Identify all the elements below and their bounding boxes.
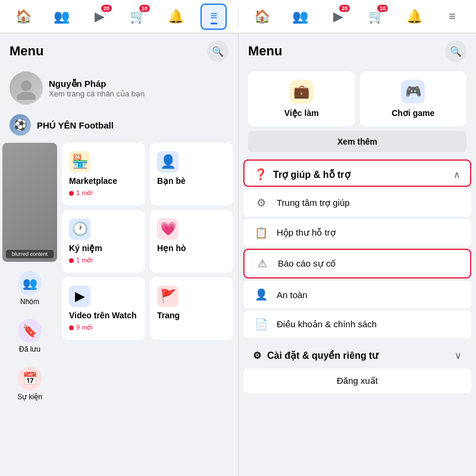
nav-home-left[interactable]: 🏠 bbox=[11, 4, 37, 30]
nav-left: 🏠 👥 ▶ 20 🛒 10 🔔 ≡ bbox=[0, 0, 238, 33]
friends-tile-icon: 👤 bbox=[157, 151, 178, 173]
support-section-header[interactable]: ❓ Trợ giúp & hỗ trợ ∧ bbox=[243, 159, 471, 187]
sidebar-item-groups[interactable]: 👥 Nhóm bbox=[2, 265, 57, 312]
avatar bbox=[10, 71, 43, 105]
tile-dating[interactable]: 💗 Hẹn hò bbox=[150, 210, 233, 273]
top-nav: 🏠 👥 ▶ 20 🛒 10 🔔 ≡ 🏠 👥 ▶ 20 bbox=[0, 0, 476, 33]
support-section-icon: ❓ bbox=[254, 168, 267, 181]
logout-button[interactable]: Đăng xuất bbox=[243, 368, 471, 393]
support-section-title: Trợ giúp & hỗ trợ bbox=[273, 169, 350, 180]
settings-section-header[interactable]: ⚙ Cài đặt & quyền riêng tư ∨ bbox=[243, 343, 471, 366]
watch-badge-right: 20 bbox=[339, 5, 350, 12]
right-panel-title: Menu bbox=[248, 43, 282, 59]
nav-notifications-right[interactable]: 🔔 bbox=[401, 4, 427, 30]
report-icon: ⚠ bbox=[254, 257, 271, 270]
terms-icon: 📄 bbox=[253, 318, 270, 331]
memories-dot bbox=[69, 258, 74, 263]
support-item-mailbox[interactable]: 📋 Hộp thư hỗ trợ bbox=[243, 219, 471, 246]
left-panel: Menu 🔍 Nguyễn Pháp Xem trang cá nhân của… bbox=[0, 33, 238, 476]
helpcenter-label: Trung tâm trợ giúp bbox=[277, 198, 350, 208]
nav-friends-right[interactable]: 👥 bbox=[287, 4, 313, 30]
nav-menu-left[interactable]: ≡ bbox=[201, 4, 227, 30]
user-profile[interactable]: Nguyễn Pháp Xem trang cá nhân của bạn bbox=[0, 67, 238, 109]
jobs-icon: 💼 bbox=[290, 80, 314, 104]
menu-tiles-grid: 🏪 Marketplace 1 mới 👤 Bạn bè bbox=[62, 143, 233, 340]
blurred-post: blurred content bbox=[2, 143, 57, 262]
svg-point-0 bbox=[21, 80, 32, 91]
user-subtitle: Xem trang cá nhân của bạn bbox=[49, 89, 145, 98]
nav-watch-left[interactable]: ▶ 20 bbox=[87, 4, 113, 30]
left-col-main: 🏪 Marketplace 1 mới 👤 Bạn bè bbox=[60, 140, 238, 409]
support-item-terms[interactable]: 📄 Điều khoản & chính sách bbox=[243, 311, 471, 338]
support-item-safety[interactable]: 👤 An toàn bbox=[243, 281, 471, 308]
jobs-label: Việc làm bbox=[284, 108, 319, 118]
tile-pages[interactable]: 🚩 Trang bbox=[150, 277, 233, 340]
safety-label: An toàn bbox=[277, 290, 308, 300]
watch-dot bbox=[69, 325, 74, 330]
memories-tile-badge: 1 mới bbox=[69, 256, 138, 264]
settings-title-wrap: ⚙ Cài đặt & quyền riêng tư bbox=[253, 350, 378, 361]
support-header-left: ❓ Trợ giúp & hỗ trợ bbox=[254, 168, 350, 181]
right-panel-header: Menu 🔍 bbox=[239, 33, 476, 67]
home-icon-right: 🏠 bbox=[254, 9, 270, 24]
sidebar-item-events[interactable]: 📅 Sự kiện bbox=[2, 361, 57, 407]
left-search-button[interactable]: 🔍 bbox=[207, 40, 228, 62]
nav-marketplace-right[interactable]: 🛒 10 bbox=[363, 4, 389, 30]
groups-icon: 👥 bbox=[18, 271, 42, 295]
support-chevron-icon: ∧ bbox=[453, 169, 461, 180]
dating-tile-icon: 💗 bbox=[157, 218, 178, 240]
mailbox-icon: 📋 bbox=[253, 226, 270, 239]
left-panel-header: Menu 🔍 bbox=[0, 33, 238, 67]
settings-title-label: Cài đặt & quyền riêng tư bbox=[267, 350, 378, 361]
watch-tile-label: Video trên Watch bbox=[69, 311, 138, 320]
memories-tile-icon: 🕐 bbox=[69, 218, 90, 240]
sidebar-events-label: Sự kiện bbox=[17, 393, 42, 401]
memories-tile-label: Ký niệm bbox=[69, 243, 138, 253]
support-item-report[interactable]: ⚠ Báo cáo sự cố bbox=[243, 249, 471, 278]
marketplace-badge-left: 10 bbox=[139, 5, 150, 12]
sidebar-groups-label: Nhóm bbox=[20, 298, 39, 306]
support-item-helpcenter[interactable]: ⚙ Trung tâm trợ giúp bbox=[243, 189, 471, 217]
tile-marketplace[interactable]: 🏪 Marketplace 1 mới bbox=[62, 143, 145, 205]
left-col-sidebar: blurred content 👥 Nhóm 🔖 Đã lưu 📅 Sự kiệ… bbox=[0, 140, 60, 409]
marketplace-tile-badge: 1 mới bbox=[69, 189, 138, 197]
tile-memories[interactable]: 🕐 Ký niệm 1 mới bbox=[62, 210, 145, 273]
nav-home-right[interactable]: 🏠 bbox=[249, 4, 275, 30]
tile-games[interactable]: 🎮 Chơi game bbox=[360, 71, 467, 126]
tile-friends[interactable]: 👤 Bạn bè bbox=[150, 143, 233, 205]
safety-icon: 👤 bbox=[253, 288, 270, 301]
menu-icon-left: ≡ bbox=[211, 9, 218, 24]
games-label: Chơi game bbox=[392, 108, 434, 118]
svg-point-1 bbox=[17, 92, 36, 100]
right-panel: Menu 🔍 💼 Việc làm 🎮 Chơi game Xem thêm ❓… bbox=[238, 33, 476, 476]
right-search-button[interactable]: 🔍 bbox=[445, 40, 466, 62]
tile-jobs[interactable]: 💼 Việc làm bbox=[248, 71, 355, 126]
group-name: PHÚ YÊN Football bbox=[37, 120, 114, 130]
watch-tile-badge: 9 mới bbox=[69, 324, 138, 331]
nav-menu-right[interactable]: ≡ bbox=[439, 4, 465, 30]
main-content: Menu 🔍 Nguyễn Pháp Xem trang cá nhân của… bbox=[0, 33, 476, 476]
sidebar-item-saved[interactable]: 🔖 Đã lưu bbox=[2, 313, 57, 359]
marketplace-badge-right: 10 bbox=[377, 5, 388, 12]
group-item[interactable]: ⚽ PHÚ YÊN Football bbox=[0, 109, 238, 140]
menu-icon-right: ≡ bbox=[449, 10, 456, 23]
games-icon: 🎮 bbox=[401, 80, 425, 104]
nav-marketplace-left[interactable]: 🛒 10 bbox=[125, 4, 151, 30]
helpcenter-icon: ⚙ bbox=[253, 196, 270, 209]
nav-right: 🏠 👥 ▶ 20 🛒 10 🔔 ≡ bbox=[239, 0, 477, 33]
home-icon-left: 🏠 bbox=[15, 9, 32, 24]
left-panel-title: Menu bbox=[10, 43, 43, 59]
dating-tile-label: Hẹn hò bbox=[157, 243, 226, 253]
user-name: Nguyễn Pháp bbox=[49, 79, 145, 89]
see-more-button[interactable]: Xem thêm bbox=[248, 131, 466, 152]
nav-notifications-left[interactable]: 🔔 bbox=[163, 4, 189, 30]
nav-watch-right[interactable]: ▶ 20 bbox=[325, 4, 351, 30]
user-info: Nguyễn Pháp Xem trang cá nhân của bạn bbox=[49, 79, 145, 98]
watch-badge-left: 20 bbox=[101, 5, 112, 12]
sidebar-saved-label: Đã lưu bbox=[19, 345, 40, 353]
notifications-icon-right: 🔔 bbox=[406, 9, 422, 24]
pages-tile-icon: 🚩 bbox=[157, 286, 178, 307]
nav-friends-left[interactable]: 👥 bbox=[49, 4, 75, 30]
tile-watch[interactable]: ▶ Video trên Watch 9 mới bbox=[62, 277, 145, 340]
left-body: blurred content 👥 Nhóm 🔖 Đã lưu 📅 Sự kiệ… bbox=[0, 140, 238, 409]
